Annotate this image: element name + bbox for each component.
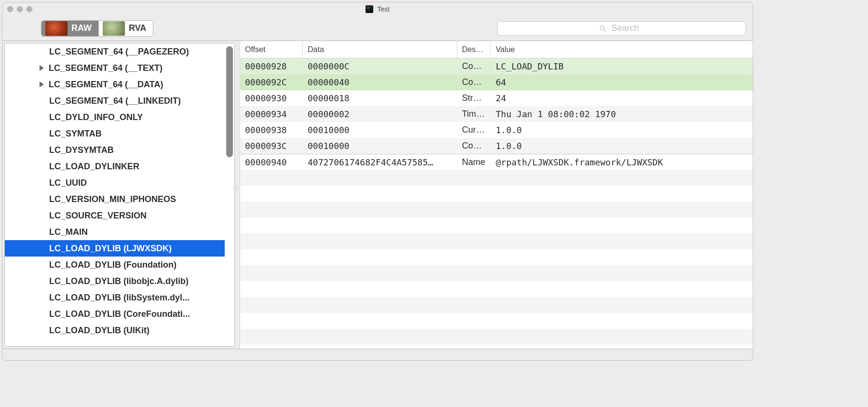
column-header-value[interactable]: Value	[491, 41, 753, 58]
tree-item[interactable]: LC_UUID	[5, 175, 225, 191]
table-row[interactable]: 000009280000000CCom…LC_LOAD_DYLIB	[240, 58, 753, 74]
column-header-offset[interactable]: Offset	[240, 41, 303, 58]
search-field[interactable]	[497, 21, 746, 36]
tree-item[interactable]: LC_SEGMENT_64 (__DATA)	[5, 76, 225, 93]
cell-offset: 00000940	[240, 157, 303, 167]
body: LC_SEGMENT_64 (__PAGEZERO)LC_SEGMENT_64 …	[2, 41, 753, 349]
cell-offset: 00000934	[240, 109, 303, 119]
tree-item[interactable]: LC_MAIN	[5, 224, 225, 240]
splitter-dot-icon	[233, 187, 237, 190]
cell-value: 1.0.0	[491, 141, 753, 151]
tree-item[interactable]: LC_LOAD_DYLIB (libSystem.dyl...	[5, 289, 225, 306]
table-row[interactable]: 0000093400000002Tim…Thu Jan 1 08:00:02 1…	[240, 106, 753, 122]
tree-item-label: LC_LOAD_DYLIB (CoreFoundati...	[49, 309, 190, 319]
tree-item-label: LC_VERSION_MIN_IPHONEOS	[49, 194, 176, 204]
tree-item-label: LC_LOAD_DYLIB (libobjc.A.dylib)	[49, 276, 189, 286]
svg-point-0	[600, 26, 604, 29]
cell-offset: 00000930	[240, 93, 303, 103]
load-commands-tree: LC_SEGMENT_64 (__PAGEZERO)LC_SEGMENT_64 …	[4, 43, 235, 347]
tree-item[interactable]: LC_LOAD_DYLINKER	[5, 158, 225, 175]
disclosure-triangle-icon[interactable]	[40, 81, 44, 87]
empty-row	[240, 313, 753, 329]
cell-data: 00000018	[303, 93, 457, 103]
tree-item[interactable]: LC_SEGMENT_64 (__PAGEZERO)	[5, 43, 225, 60]
tree-item[interactable]: LC_LOAD_DYLIB (LJWXSDK)	[5, 240, 225, 257]
tree-item-label: LC_SOURCE_VERSION	[49, 211, 147, 221]
zoom-icon[interactable]	[27, 6, 32, 12]
app-window: Test RAW RVA L	[2, 2, 753, 361]
cell-data: 00010000	[303, 125, 457, 135]
tree-item-label: LC_SEGMENT_64 (__PAGEZERO)	[49, 47, 189, 57]
tree-item-label: LC_MAIN	[49, 227, 88, 237]
disclosure-triangle-icon[interactable]	[40, 65, 44, 71]
mode-rva-button[interactable]: RVA	[99, 21, 153, 36]
empty-row	[240, 202, 753, 217]
cell-desc: Name	[457, 157, 491, 167]
detail-panel: Offset Data Des… Value 000009280000000CC…	[240, 41, 753, 349]
mode-raw-button[interactable]: RAW	[41, 21, 99, 36]
splitter-handle[interactable]	[235, 41, 240, 349]
tree-item-label: LC_SYMTAB	[49, 129, 102, 139]
cell-desc: Cur…	[457, 125, 491, 135]
empty-row	[240, 281, 753, 297]
table-row[interactable]: 0000093C00010000Com…1.0.0	[240, 138, 753, 154]
tree-item[interactable]: LC_SYMTAB	[5, 125, 225, 142]
cell-offset: 00000928	[240, 61, 303, 71]
tree-item[interactable]: LC_LOAD_DYLIB (Foundation)	[5, 257, 225, 273]
cell-value: Thu Jan 1 08:00:02 1970	[491, 109, 753, 119]
search-icon	[599, 25, 607, 32]
svg-line-1	[604, 29, 606, 31]
tree-item-label: LC_UUID	[49, 178, 87, 188]
sidebar: LC_SEGMENT_64 (__PAGEZERO)LC_SEGMENT_64 …	[2, 41, 235, 349]
tree-item-label: LC_SEGMENT_64 (__LINKEDIT)	[49, 96, 181, 106]
status-bar	[2, 349, 753, 360]
empty-row	[240, 186, 753, 202]
rva-mode-icon	[103, 21, 125, 36]
titlebar: Test	[2, 2, 753, 16]
empty-row	[240, 233, 753, 249]
tree-item-label: LC_SEGMENT_64 (__DATA)	[49, 80, 163, 90]
empty-row	[240, 297, 753, 313]
search-input[interactable]	[610, 23, 644, 34]
tree-item[interactable]: LC_SEGMENT_64 (__LINKEDIT)	[5, 93, 225, 109]
mode-rva-label: RVA	[129, 23, 146, 33]
tree-item[interactable]: LC_SEGMENT_64 (__TEXT)	[5, 60, 225, 76]
table-row[interactable]: 0000093800010000Cur…1.0.0	[240, 122, 753, 138]
search-wrap	[497, 21, 746, 36]
tree-item-label: LC_DYSYMTAB	[49, 145, 114, 155]
tree-item[interactable]: LC_DYLD_INFO_ONLY	[5, 109, 225, 125]
table-row[interactable]: 0000092C00000040Com…64	[240, 74, 753, 90]
table-header: Offset Data Des… Value	[240, 41, 753, 58]
cell-value: @rpath/LJWXSDK.framework/LJWXSDK	[491, 157, 753, 167]
minimize-icon[interactable]	[17, 6, 23, 12]
mode-raw-label: RAW	[71, 23, 92, 33]
tree-item[interactable]: LC_LOAD_DYLIB (CoreFoundati...	[5, 306, 225, 322]
empty-row	[240, 265, 753, 281]
table-row[interactable]: 0000093000000018Str…24	[240, 90, 753, 106]
cell-desc: Com…	[457, 61, 491, 71]
close-icon[interactable]	[7, 6, 13, 12]
cell-data: 00000002	[303, 109, 457, 119]
cell-value: 24	[491, 93, 753, 103]
tree-item-label: LC_DYLD_INFO_ONLY	[49, 112, 143, 122]
cell-desc: Tim…	[457, 109, 491, 119]
tree-item[interactable]: LC_LOAD_DYLIB (libobjc.A.dylib)	[5, 273, 225, 289]
scrollbar-thumb[interactable]	[226, 46, 233, 157]
column-header-description[interactable]: Des…	[457, 41, 491, 58]
empty-row	[240, 249, 753, 265]
title-center: Test	[2, 5, 753, 13]
column-header-data[interactable]: Data	[303, 41, 457, 58]
tree-item-label: LC_LOAD_DYLIB (LJWXSDK)	[49, 244, 172, 254]
cell-value: 1.0.0	[491, 125, 753, 135]
tree-item[interactable]: LC_DYSYMTAB	[5, 142, 225, 158]
table-row[interactable]: 000009404072706174682F4C4A57585…Name@rpa…	[240, 154, 753, 170]
cell-value: 64	[491, 77, 753, 87]
cell-value: LC_LOAD_DYLIB	[491, 61, 753, 71]
tree-item-label: LC_LOAD_DYLIB (libSystem.dyl...	[49, 293, 190, 303]
tree-item[interactable]: LC_VERSION_MIN_IPHONEOS	[5, 191, 225, 207]
cell-data: 4072706174682F4C4A57585…	[303, 157, 457, 167]
toolbar: RAW RVA	[2, 16, 753, 41]
cell-data: 00000040	[303, 77, 457, 87]
tree-item[interactable]: LC_SOURCE_VERSION	[5, 207, 225, 224]
tree-item[interactable]: LC_LOAD_DYLIB (UIKit)	[5, 322, 225, 339]
